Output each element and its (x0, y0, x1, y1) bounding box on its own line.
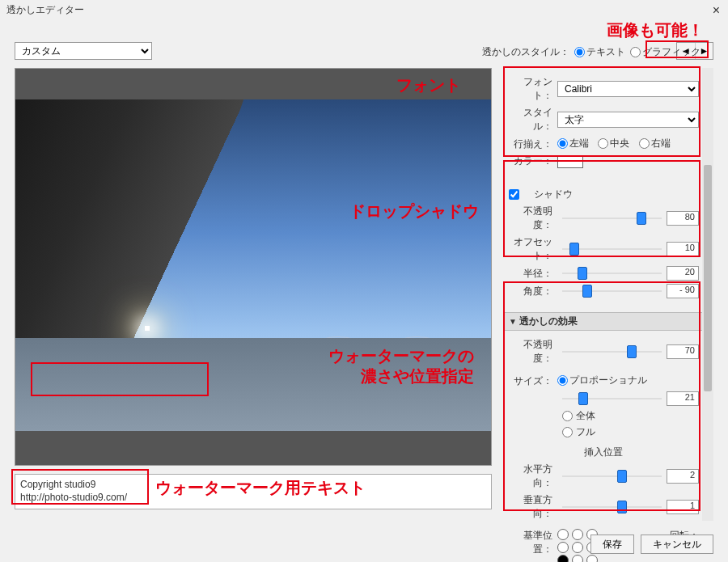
size-prop-radio[interactable]: プロポーショナル (557, 374, 647, 387)
save-button[interactable]: 保存 (590, 535, 634, 554)
inset-label: 挿入位置 (507, 446, 699, 459)
color-label: カラー： (507, 154, 557, 168)
shadow-radius-value[interactable]: 20 (667, 266, 699, 281)
fontstyle-label: スタイル： (507, 106, 557, 133)
preview-area: Copyright studio9 http://photo-studio9.c… (15, 68, 492, 466)
shadow-offset-label: オフセット： (507, 235, 557, 263)
effect-opacity-slider[interactable] (562, 344, 662, 359)
v-label: 垂直方向： (507, 493, 557, 521)
effects-header[interactable]: 透かしの効果 (503, 312, 703, 331)
h-slider[interactable] (562, 469, 662, 484)
style-text-radio[interactable]: テキスト (574, 45, 625, 59)
shadow-radius-label: 半径： (507, 267, 557, 281)
close-icon[interactable]: × (713, 3, 720, 18)
effect-opacity-value[interactable]: 70 (667, 344, 699, 359)
v-value[interactable]: 1 (667, 500, 699, 514)
font-group: フォント： Calibri スタイル： 太字 行揃え： 左端 中央 右端 (503, 68, 703, 177)
preset-select[interactable]: カスタム (15, 42, 152, 60)
h-value[interactable]: 2 (667, 469, 699, 484)
shadow-opacity-slider[interactable] (562, 211, 662, 226)
align-label: 行揃え： (507, 137, 557, 151)
shadow-opacity-value[interactable]: 80 (667, 211, 699, 226)
shadow-title: シャドウ (534, 188, 573, 201)
v-slider[interactable] (562, 500, 662, 514)
anchor-label: 基準位置： (507, 529, 557, 556)
fontstyle-select[interactable]: 太字 (557, 112, 699, 128)
size-slider[interactable] (562, 391, 662, 406)
cancel-button[interactable]: キャンセル (641, 535, 713, 554)
color-well[interactable] (557, 155, 583, 168)
effect-opacity-label: 不透明度： (507, 338, 557, 366)
effects-group: 不透明度： 70 サイズ： プロポーショナル 21 (503, 331, 703, 562)
shadow-angle-value[interactable]: - 90 (667, 284, 699, 298)
align-right-radio[interactable]: 右端 (639, 137, 671, 150)
align-left-radio[interactable]: 左端 (557, 137, 589, 150)
shadow-checkbox[interactable] (509, 189, 519, 200)
shadow-angle-label: 角度： (507, 285, 557, 298)
shadow-angle-slider[interactable] (562, 284, 662, 298)
style-label: 透かしのスタイル： (482, 45, 569, 59)
shadow-radius-slider[interactable] (562, 266, 662, 281)
align-center-radio[interactable]: 中央 (598, 137, 629, 150)
shadow-offset-slider[interactable] (562, 242, 662, 256)
watermark-preview: Copyright studio9 http://photo-studio9.c… (43, 337, 180, 366)
font-select[interactable]: Calibri (557, 81, 699, 97)
size-value[interactable]: 21 (667, 391, 699, 406)
shadow-offset-value[interactable]: 10 (667, 242, 699, 256)
window-title: 透かしエディター (6, 3, 84, 17)
size-label: サイズ： (507, 374, 557, 388)
shadow-group: シャドウ 不透明度： 80 オフセット： 10 半径： (503, 182, 703, 307)
font-label: フォント： (507, 75, 557, 103)
size-fill-radio[interactable]: フル (562, 425, 699, 439)
shadow-opacity-label: 不透明度： (507, 205, 557, 232)
h-label: 水平方向： (507, 463, 557, 490)
style-graphic-radio[interactable]: グラフィック (630, 45, 700, 59)
size-full-radio[interactable]: 全体 (562, 409, 699, 423)
watermark-text-input[interactable]: Copyright studio9 http://photo-studio9.c… (15, 474, 492, 509)
panel-scrollbar[interactable] (702, 68, 713, 521)
